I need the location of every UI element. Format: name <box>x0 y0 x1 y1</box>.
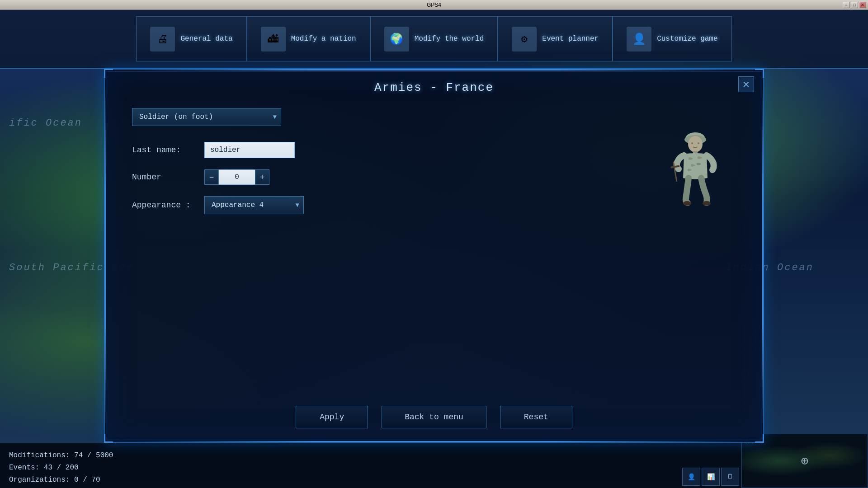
soldier-figure <box>666 126 725 212</box>
dialog-close-button[interactable]: ✕ <box>738 76 754 92</box>
bottom-icon-2[interactable]: 📊 <box>702 468 720 486</box>
corner-tl <box>104 69 113 78</box>
unit-type-row: Soldier (on foot) Tank Artillery Naval u… <box>132 108 736 126</box>
lastname-label: Last name: <box>132 145 204 155</box>
unit-type-select[interactable]: Soldier (on foot) Tank Artillery Naval u… <box>132 108 281 126</box>
bottom-icons: 👤 📊 🗒 <box>682 468 739 486</box>
minimize-button[interactable]: − <box>843 2 850 8</box>
nav-general-data[interactable]: 🖨 General data <box>136 16 246 61</box>
restore-button[interactable]: □ <box>851 2 858 8</box>
appearance-select[interactable]: Appearance 1 Appearance 2 Appearance 3 A… <box>204 196 304 214</box>
modifications-status: Modifications: 74 / 5000 <box>9 451 113 460</box>
modify-world-icon: 🌍 <box>384 27 409 52</box>
minimap-crosshair: ⊕ <box>801 453 809 469</box>
appearance-row: Appearance : Appearance 1 Appearance 2 A… <box>132 196 736 214</box>
title-bar: GPS4 − □ ✕ <box>0 0 868 10</box>
appearance-dropdown-container: Appearance 1 Appearance 2 Appearance 3 A… <box>204 196 304 214</box>
number-row: Number − + <box>132 169 736 185</box>
nav-modify-world[interactable]: 🌍 Modify the world <box>370 16 498 61</box>
svg-point-8 <box>691 142 693 144</box>
dialog-title: Armies - France <box>105 70 763 94</box>
customize-game-icon: 👤 <box>627 27 651 52</box>
general-data-icon: 🖨 <box>150 27 175 52</box>
window-title: GPS4 <box>427 2 441 8</box>
svg-point-9 <box>698 142 699 144</box>
bottom-icon-1[interactable]: 👤 <box>682 468 700 486</box>
window-close-button[interactable]: ✕ <box>859 2 866 8</box>
organizations-status: Organizations: 0 / 70 <box>9 476 100 484</box>
edge-right <box>762 88 764 424</box>
events-status: Events: 43 / 200 <box>9 464 79 472</box>
lastname-row: Last name: <box>132 142 736 158</box>
nav-modify-world-label: Modify the world <box>415 35 484 43</box>
nav-customize-game[interactable]: 👤 Customize game <box>613 16 731 61</box>
nav-customize-game-label: Customize game <box>657 35 717 43</box>
event-planner-icon: ⚙ <box>512 27 537 52</box>
number-stepper: − + <box>204 169 269 185</box>
soldier-figure-area <box>664 124 727 214</box>
unit-type-dropdown-container: Soldier (on foot) Tank Artillery Naval u… <box>132 108 281 126</box>
edge-left <box>104 88 106 424</box>
dialog-overlay: ✕ Armies - France Soldier (on foot) Tank… <box>104 69 764 443</box>
armies-dialog: ✕ Armies - France Soldier (on foot) Tank… <box>104 69 764 443</box>
nav-event-planner[interactable]: ⚙ Event planner <box>498 16 613 61</box>
corner-tr <box>755 69 764 78</box>
edge-top <box>132 69 736 70</box>
svg-point-2 <box>688 136 703 152</box>
corner-br <box>755 434 764 443</box>
top-navigation: 🖨 General data 🏙 Modify a nation 🌍 Modif… <box>0 10 868 69</box>
number-label: Number <box>132 173 204 182</box>
bottom-icon-3[interactable]: 🗒 <box>721 468 739 486</box>
edge-bottom <box>132 441 736 442</box>
nav-modify-nation-label: Modify a nation <box>291 35 356 43</box>
back-to-menu-button[interactable]: Back to menu <box>382 406 486 428</box>
number-decrement-button[interactable]: − <box>204 169 219 185</box>
number-input[interactable] <box>219 169 255 185</box>
reset-button[interactable]: Reset <box>500 406 572 428</box>
nav-general-data-label: General data <box>180 35 232 43</box>
lastname-input[interactable] <box>204 142 295 158</box>
appearance-label: Appearance : <box>132 201 204 210</box>
dialog-buttons: Apply Back to menu Reset <box>105 406 763 428</box>
nav-modify-nation[interactable]: 🏙 Modify a nation <box>247 16 370 61</box>
title-bar-buttons: − □ ✕ <box>843 2 866 8</box>
number-increment-button[interactable]: + <box>255 169 269 185</box>
svg-point-6 <box>683 201 691 206</box>
svg-point-7 <box>703 201 711 206</box>
nav-event-planner-label: Event planner <box>542 35 599 43</box>
apply-button[interactable]: Apply <box>296 406 368 428</box>
modify-nation-icon: 🏙 <box>261 27 286 52</box>
corner-bl <box>104 434 113 443</box>
